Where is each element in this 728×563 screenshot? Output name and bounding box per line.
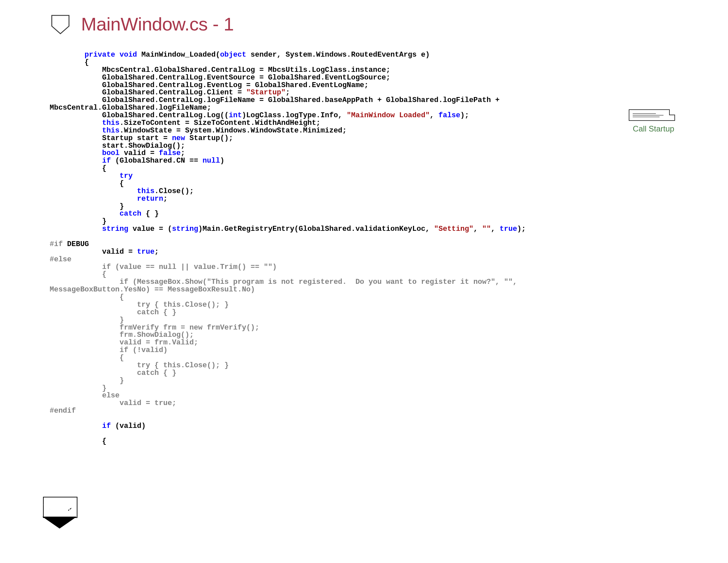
page-title: MainWindow.cs - 1: [81, 13, 234, 35]
pentagon-down-icon: [50, 13, 71, 35]
startup-badge: StartUp: [43, 497, 77, 518]
call-startup-callout: Call Startup: [629, 109, 678, 133]
code-listing: private void MainWindow_Loaded(object se…: [50, 51, 678, 446]
pentagon-point-icon: [42, 517, 77, 529]
pentagon-point-fill: [43, 505, 76, 516]
page-header: MainWindow.cs - 1: [50, 13, 678, 35]
document-icon: [629, 109, 675, 121]
callout-label: Call Startup: [629, 124, 678, 133]
